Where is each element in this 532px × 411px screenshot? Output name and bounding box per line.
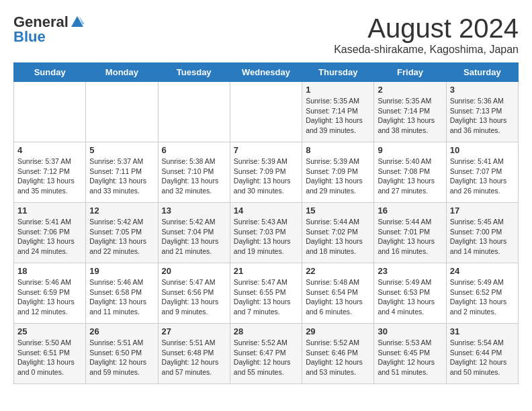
day-number: 11 xyxy=(17,205,82,216)
day-info-line: and 38 minutes. xyxy=(378,126,428,134)
calendar-cell xyxy=(14,82,86,142)
day-number: 8 xyxy=(306,145,370,155)
calendar-cell: 25Sunrise: 5:50 AMSunset: 6:51 PMDayligh… xyxy=(14,324,86,384)
day-info-line: Daylight: 13 hours xyxy=(450,298,507,306)
day-info-line: Daylight: 13 hours xyxy=(378,177,435,185)
day-content: Sunrise: 5:42 AMSunset: 7:04 PMDaylight:… xyxy=(162,217,226,257)
day-content: Sunrise: 5:51 AMSunset: 6:50 PMDaylight:… xyxy=(89,338,154,377)
calendar-cell: 3Sunrise: 5:36 AMSunset: 7:13 PMDaylight… xyxy=(446,82,518,142)
logo-icon xyxy=(70,15,85,30)
day-content: Sunrise: 5:40 AMSunset: 7:08 PMDaylight:… xyxy=(378,156,442,196)
calendar-cell: 2Sunrise: 5:35 AMSunset: 7:14 PMDaylight… xyxy=(374,82,446,142)
day-info-line: Sunrise: 5:53 AM xyxy=(378,338,431,347)
day-info-line: Daylight: 12 hours xyxy=(89,358,146,366)
day-info-line: Sunset: 7:01 PM xyxy=(378,228,430,236)
calendar-week-row: 4Sunrise: 5:37 AMSunset: 7:12 PMDaylight… xyxy=(14,142,519,203)
day-info-line: Sunset: 6:48 PM xyxy=(162,349,214,357)
day-number: 4 xyxy=(17,145,82,155)
day-number: 15 xyxy=(306,205,370,216)
day-info-line: Daylight: 13 hours xyxy=(17,177,75,185)
calendar-week-row: 1Sunrise: 5:35 AMSunset: 7:14 PMDaylight… xyxy=(14,82,519,142)
day-info-line: Daylight: 12 hours xyxy=(450,358,507,366)
day-content: Sunrise: 5:51 AMSunset: 6:48 PMDaylight:… xyxy=(162,338,226,377)
day-content: Sunrise: 5:49 AMSunset: 6:52 PMDaylight:… xyxy=(450,277,515,317)
calendar-cell: 5Sunrise: 5:37 AMSunset: 7:11 PMDaylight… xyxy=(86,142,158,203)
day-content: Sunrise: 5:47 AMSunset: 6:56 PMDaylight:… xyxy=(162,277,226,317)
calendar-cell: 27Sunrise: 5:51 AMSunset: 6:48 PMDayligh… xyxy=(158,324,230,384)
day-info-line: Sunrise: 5:41 AM xyxy=(17,218,71,226)
column-header-friday: Friday xyxy=(374,63,446,82)
day-content: Sunrise: 5:52 AMSunset: 6:46 PMDaylight:… xyxy=(306,338,370,377)
column-header-tuesday: Tuesday xyxy=(158,63,230,82)
day-info-line: Daylight: 13 hours xyxy=(378,237,435,245)
day-info-line: Daylight: 13 hours xyxy=(234,298,291,306)
calendar-header-row: SundayMondayTuesdayWednesdayThursdayFrid… xyxy=(14,63,519,82)
day-info-line: Sunrise: 5:51 AM xyxy=(89,338,143,347)
day-content: Sunrise: 5:49 AMSunset: 6:53 PMDaylight:… xyxy=(378,277,442,317)
day-content: Sunrise: 5:36 AMSunset: 7:13 PMDaylight:… xyxy=(450,96,515,136)
calendar-week-row: 18Sunrise: 5:46 AMSunset: 6:59 PMDayligh… xyxy=(14,263,519,324)
calendar-cell: 1Sunrise: 5:35 AMSunset: 7:14 PMDaylight… xyxy=(302,82,374,142)
calendar-cell: 26Sunrise: 5:51 AMSunset: 6:50 PMDayligh… xyxy=(86,324,158,384)
day-number: 18 xyxy=(17,266,82,276)
calendar-cell: 22Sunrise: 5:48 AMSunset: 6:54 PMDayligh… xyxy=(302,263,374,324)
day-content: Sunrise: 5:42 AMSunset: 7:05 PMDaylight:… xyxy=(89,217,154,257)
day-number: 7 xyxy=(234,145,298,155)
day-content: Sunrise: 5:35 AMSunset: 7:14 PMDaylight:… xyxy=(378,96,442,136)
day-number: 19 xyxy=(89,266,154,276)
day-info-line: Daylight: 13 hours xyxy=(162,177,219,185)
day-info-line: Sunset: 6:56 PM xyxy=(162,288,214,296)
day-info-line: Daylight: 13 hours xyxy=(89,177,146,185)
day-info-line: Daylight: 13 hours xyxy=(306,298,363,306)
column-header-sunday: Sunday xyxy=(14,63,86,82)
calendar-cell: 18Sunrise: 5:46 AMSunset: 6:59 PMDayligh… xyxy=(14,263,86,324)
day-info-line: Sunrise: 5:51 AM xyxy=(162,338,216,347)
title-block: August 2024 Kaseda-shirakame, Kagoshima,… xyxy=(334,13,519,56)
day-info-line: Sunset: 6:59 PM xyxy=(17,288,70,296)
calendar-cell: 31Sunrise: 5:54 AMSunset: 6:44 PMDayligh… xyxy=(446,324,518,384)
day-info-line: and 12 minutes. xyxy=(17,308,68,316)
day-info-line: Daylight: 13 hours xyxy=(162,237,219,245)
calendar-cell: 7Sunrise: 5:39 AMSunset: 7:09 PMDaylight… xyxy=(230,142,302,203)
day-content: Sunrise: 5:50 AMSunset: 6:51 PMDaylight:… xyxy=(17,338,82,377)
column-header-thursday: Thursday xyxy=(302,63,374,82)
column-header-wednesday: Wednesday xyxy=(230,63,302,82)
day-info-line: Sunrise: 5:54 AM xyxy=(450,338,504,347)
day-info-line: and 29 minutes. xyxy=(306,187,356,195)
day-info-line: Daylight: 13 hours xyxy=(378,116,435,124)
day-info-line: and 9 minutes. xyxy=(162,308,208,316)
calendar-cell: 9Sunrise: 5:40 AMSunset: 7:08 PMDaylight… xyxy=(374,142,446,203)
day-info-line: Sunset: 7:08 PM xyxy=(378,167,430,175)
day-info-line: Sunset: 7:12 PM xyxy=(17,167,70,175)
day-content: Sunrise: 5:37 AMSunset: 7:12 PMDaylight:… xyxy=(17,156,82,196)
day-number: 30 xyxy=(378,326,442,336)
day-number: 31 xyxy=(450,326,515,336)
day-info-line: and 35 minutes. xyxy=(17,187,68,195)
calendar-cell xyxy=(86,82,158,142)
day-info-line: Sunset: 7:06 PM xyxy=(17,228,70,236)
day-info-line: Sunrise: 5:52 AM xyxy=(306,338,359,347)
day-info-line: Daylight: 13 hours xyxy=(162,298,219,306)
day-content: Sunrise: 5:52 AMSunset: 6:47 PMDaylight:… xyxy=(234,338,298,377)
day-info-line: and 2 minutes. xyxy=(450,308,496,316)
day-number: 24 xyxy=(450,266,515,276)
day-content: Sunrise: 5:45 AMSunset: 7:00 PMDaylight:… xyxy=(450,217,515,257)
column-header-saturday: Saturday xyxy=(446,63,518,82)
day-info-line: Sunrise: 5:35 AM xyxy=(378,97,431,105)
day-info-line: Daylight: 13 hours xyxy=(89,298,146,306)
day-content: Sunrise: 5:38 AMSunset: 7:10 PMDaylight:… xyxy=(162,156,226,196)
day-info-line: and 11 minutes. xyxy=(89,308,140,316)
day-info-line: Sunrise: 5:43 AM xyxy=(234,218,287,226)
day-content: Sunrise: 5:39 AMSunset: 7:09 PMDaylight:… xyxy=(306,156,370,196)
day-info-line: Sunrise: 5:38 AM xyxy=(162,157,216,165)
day-info-line: and 39 minutes. xyxy=(306,126,356,134)
day-info-line: Daylight: 12 hours xyxy=(378,358,435,366)
day-number: 17 xyxy=(450,205,515,216)
day-info-line: Sunrise: 5:49 AM xyxy=(450,278,504,286)
day-info-line: Sunset: 6:45 PM xyxy=(378,349,430,357)
day-info-line: Sunrise: 5:42 AM xyxy=(162,218,216,226)
day-info-line: Sunrise: 5:44 AM xyxy=(378,218,431,226)
day-info-line: Daylight: 13 hours xyxy=(17,237,75,245)
day-number: 29 xyxy=(306,326,370,336)
day-info-line: Sunset: 6:54 PM xyxy=(306,288,358,296)
